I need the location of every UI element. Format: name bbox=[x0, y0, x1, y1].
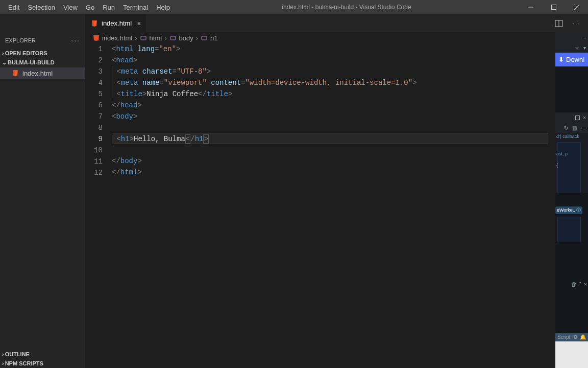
right-minimap: d') callback ost, p { eWorke.. ⓘ 🗑 ˄ × bbox=[555, 133, 588, 333]
breadcrumb-html[interactable]: html bbox=[150, 34, 162, 42]
html-file-icon bbox=[90, 19, 99, 28]
breadcrumb-body[interactable]: body bbox=[179, 34, 193, 42]
close-tab-icon[interactable]: × bbox=[137, 19, 141, 28]
bookmark-icon[interactable]: ▾ bbox=[583, 45, 586, 51]
breadcrumbs[interactable]: index.html › html › body › h1 bbox=[85, 32, 555, 43]
tab-label: index.html bbox=[102, 19, 132, 27]
breadcrumb-h1[interactable]: h1 bbox=[210, 34, 217, 42]
maximize-icon bbox=[551, 5, 556, 10]
maximize-button[interactable] bbox=[542, 0, 565, 14]
folder-header[interactable]: ⌄BULMA-UI-BUILD bbox=[0, 58, 85, 67]
explorer-sidebar: EXPLORER ··· ›OPEN EDITORS ⌄BULMA-UI-BUI… bbox=[0, 32, 85, 368]
code-content[interactable]: <html lang="en"><head> <meta charset="UT… bbox=[112, 43, 548, 368]
scrollbar-vertical[interactable] bbox=[548, 43, 555, 368]
download-button[interactable]: ⬇ Downl bbox=[555, 53, 588, 66]
minimize-icon bbox=[528, 5, 533, 10]
outline-header[interactable]: ›OUTLINE bbox=[0, 350, 85, 359]
code-label: eWorke.. ⓘ bbox=[555, 206, 582, 214]
code-line[interactable]: <meta name="viewport" content="width=dev… bbox=[112, 77, 548, 88]
chevron-right-icon: › bbox=[196, 34, 198, 42]
right-devtools-tabs: ↻ ▥ ⋯ bbox=[555, 123, 588, 133]
svg-rect-12 bbox=[170, 36, 176, 40]
app-menu: Edit Selection View Go Run Terminal Help bbox=[4, 2, 174, 13]
menu-terminal[interactable]: Terminal bbox=[119, 2, 152, 13]
line-gutter: 123456789101112 bbox=[85, 43, 112, 368]
menu-view[interactable]: View bbox=[59, 2, 82, 13]
code-line[interactable] bbox=[112, 122, 548, 133]
code-line[interactable]: </head> bbox=[112, 100, 548, 111]
html-file-icon bbox=[11, 69, 19, 77]
window-title: index.html - bulma-ui-build - Visual Stu… bbox=[174, 4, 519, 11]
download-icon: ⬇ bbox=[558, 56, 564, 63]
code-editor[interactable]: 123456789101112 <html lang="en"><head> <… bbox=[85, 43, 555, 368]
footer-label: Script bbox=[557, 334, 571, 340]
close-icon bbox=[574, 5, 579, 10]
editor-tabs: index.html × ··· bbox=[0, 14, 588, 32]
breadcrumb-file[interactable]: index.html bbox=[102, 34, 132, 42]
right-footer-badge: Script ⚙ 🔔 bbox=[555, 333, 588, 341]
close-icon[interactable]: × bbox=[584, 281, 587, 288]
code-line[interactable]: <meta charset="UTF-8"> bbox=[112, 66, 548, 77]
chevron-up-icon[interactable]: ˄ bbox=[579, 281, 582, 288]
menu-help[interactable]: Help bbox=[152, 2, 174, 13]
symbol-icon bbox=[169, 34, 177, 41]
code-hint: d') callback bbox=[556, 134, 579, 139]
menu-run[interactable]: Run bbox=[99, 2, 119, 13]
menu-selection[interactable]: Selection bbox=[23, 2, 59, 13]
svg-rect-13 bbox=[202, 36, 207, 40]
svg-rect-1 bbox=[551, 5, 556, 10]
minimize-button[interactable] bbox=[519, 0, 542, 14]
code-line[interactable]: <title>Ninja Coffee</title> bbox=[112, 88, 548, 100]
code-line[interactable]: <h1>Hello, Bulma</h1> bbox=[112, 133, 548, 144]
symbol-icon bbox=[140, 34, 147, 41]
close-icon[interactable]: × bbox=[583, 115, 586, 121]
code-line[interactable]: <html lang="en"> bbox=[112, 43, 548, 55]
gear-icon[interactable]: ⚙ bbox=[573, 334, 578, 340]
chevron-right-icon: › bbox=[164, 34, 166, 42]
file-index-html[interactable]: index.html bbox=[0, 67, 85, 79]
npm-scripts-header[interactable]: ›NPM SCRIPTS bbox=[0, 359, 85, 368]
code-line[interactable]: <head> bbox=[112, 55, 548, 66]
window-controls bbox=[519, 0, 588, 14]
explorer-header: EXPLORER ··· bbox=[0, 32, 85, 49]
explorer-actions-icon[interactable]: ··· bbox=[71, 36, 80, 44]
svg-rect-14 bbox=[576, 116, 580, 120]
explorer-title: EXPLORER bbox=[5, 37, 36, 43]
split-editor-icon[interactable] bbox=[553, 17, 565, 30]
open-editors-header[interactable]: ›OPEN EDITORS bbox=[0, 49, 85, 58]
editor: index.html › html › body › h1 1234567891… bbox=[85, 32, 555, 368]
code-hint: { bbox=[556, 163, 558, 168]
chevron-right-icon: › bbox=[135, 34, 137, 42]
maximize-icon[interactable] bbox=[575, 116, 580, 120]
titlebar: Edit Selection View Go Run Terminal Help… bbox=[0, 0, 588, 14]
columns-icon[interactable]: ▥ bbox=[572, 125, 577, 131]
code-hint: ost, p bbox=[556, 151, 568, 156]
code-line[interactable]: </html> bbox=[112, 167, 548, 178]
trash-icon[interactable]: 🗑 bbox=[571, 281, 577, 288]
refresh-icon[interactable]: ↻ bbox=[564, 125, 568, 131]
code-line[interactable]: </body> bbox=[112, 155, 548, 167]
file-label: index.html bbox=[22, 70, 53, 77]
right-devtools-header: × bbox=[555, 112, 588, 123]
more-icon[interactable]: ⋯ bbox=[581, 125, 586, 131]
star-icon[interactable]: ☆ bbox=[575, 45, 579, 51]
download-label: Downl bbox=[566, 56, 584, 63]
bell-icon[interactable]: 🔔 bbox=[580, 334, 586, 340]
editor-more-icon[interactable]: ··· bbox=[570, 17, 583, 29]
right-window-titlebar: – bbox=[555, 32, 588, 42]
code-line[interactable]: <body> bbox=[112, 111, 548, 122]
svg-rect-11 bbox=[141, 36, 146, 40]
right-browser-controls: ☆ ▾ bbox=[555, 42, 588, 53]
minimize-icon[interactable]: – bbox=[583, 35, 586, 40]
html-file-icon bbox=[92, 34, 100, 41]
tab-index-html[interactable]: index.html × bbox=[85, 14, 146, 32]
menu-edit[interactable]: Edit bbox=[4, 2, 23, 13]
menu-go[interactable]: Go bbox=[82, 2, 99, 13]
symbol-icon bbox=[201, 34, 208, 41]
code-line[interactable] bbox=[112, 144, 548, 155]
right-background-window: – ☆ ▾ ⬇ Downl × ↻ ▥ ⋯ d') callback ost, … bbox=[555, 32, 588, 368]
svg-marker-10 bbox=[93, 35, 99, 41]
close-button[interactable] bbox=[565, 0, 588, 14]
